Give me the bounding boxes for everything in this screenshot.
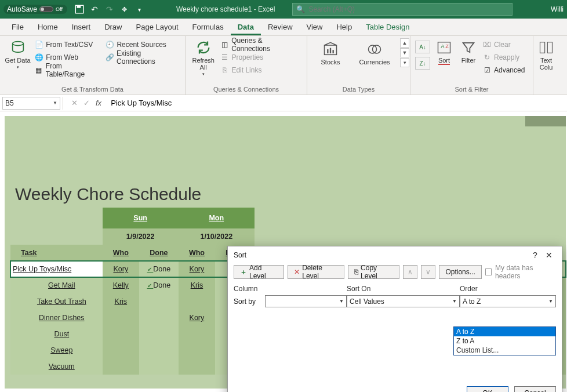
group-data-types-label: Data Types	[312, 85, 405, 95]
group-sort-filter-label: Sort & Filter	[415, 85, 528, 95]
stocks-button[interactable]: Stocks	[312, 40, 349, 66]
advanced-icon: ☑	[482, 66, 492, 75]
queries-connections[interactable]: ◫Queries & Connections	[220, 38, 302, 51]
currencies-button[interactable]: Currencies	[354, 40, 395, 66]
task-cell[interactable]: Dinner Dishes	[10, 310, 103, 326]
touch-icon[interactable]: ✥	[119, 4, 130, 14]
dropdown-option[interactable]: A to Z	[454, 327, 555, 336]
formula-input[interactable]	[107, 99, 567, 107]
sort-icon: AZ	[436, 39, 452, 56]
user-name[interactable]: Willi	[551, 5, 564, 13]
task-cell[interactable]: Pick Up Toys/Misc	[10, 261, 103, 277]
dropdown-option[interactable]: Z to A	[454, 336, 555, 346]
name-box[interactable]: B5 ▼	[2, 97, 60, 110]
who-cell[interactable]: Kris	[103, 293, 139, 310]
save-icon[interactable]	[74, 4, 85, 14]
undo-icon[interactable]: ↶	[89, 4, 100, 14]
enter-icon[interactable]: ✓	[83, 99, 90, 107]
refresh-icon	[195, 39, 212, 56]
tab-page-layout[interactable]: Page Layout	[129, 19, 186, 35]
refresh-all-button[interactable]: Refresh All ▾	[190, 38, 216, 77]
data-type-up[interactable]: ▲	[400, 38, 409, 48]
properties-label: Properties	[231, 53, 263, 61]
headers-checkbox[interactable]: My data has headers	[485, 264, 556, 280]
svg-rect-6	[333, 50, 334, 53]
sort-desc-button[interactable]: Z↓	[415, 57, 430, 70]
tab-help[interactable]: Help	[329, 19, 359, 35]
col-who-sun[interactable]: Who	[103, 245, 139, 261]
data-type-down[interactable]: ▼	[400, 48, 409, 57]
sort-button[interactable]: AZ Sort	[434, 38, 455, 65]
who-cell[interactable]: Kris	[179, 277, 215, 293]
move-down-button[interactable]: ∨	[421, 265, 435, 279]
sort-column-select[interactable]: ▼	[265, 295, 347, 307]
order-select[interactable]: A to Z▼	[460, 295, 556, 307]
properties: ☰Properties	[220, 51, 302, 64]
search-input[interactable]	[308, 5, 508, 13]
filter-button[interactable]: Filter	[458, 38, 479, 64]
who-cell[interactable]: Kelly	[103, 277, 139, 293]
ok-button[interactable]: OK	[467, 386, 508, 392]
tab-formulas[interactable]: Formulas	[186, 19, 231, 35]
fx-icon[interactable]: fx	[96, 99, 101, 107]
task-cell[interactable]: Take Out Trash	[10, 293, 103, 310]
advanced[interactable]: ☑Advanced	[482, 64, 525, 77]
reapply: ↻Reapply	[482, 51, 525, 64]
copy-level-button[interactable]: ⎘Copy Level	[348, 265, 399, 279]
page-title: Weekly Chore Schedule	[15, 184, 201, 204]
svg-point-2	[12, 42, 23, 46]
cancel-button[interactable]: Cancel	[514, 386, 556, 392]
task-cell[interactable]: Dust	[10, 326, 103, 342]
get-data-button[interactable]: Get Data ▾	[5, 38, 31, 70]
sort-asc-button[interactable]: A↓	[415, 41, 430, 53]
col-who-mon[interactable]: Who	[179, 245, 215, 261]
svg-rect-4	[327, 49, 328, 53]
help-button[interactable]: ?	[528, 251, 542, 260]
reapply-label: Reapply	[494, 53, 519, 61]
autosave-toggle[interactable]: AutoSave Off	[3, 5, 67, 14]
col-done-sun[interactable]: Done	[139, 245, 179, 261]
formula-controls: ✕ ✓ fx	[71, 99, 101, 107]
done-cell[interactable]: ✔ Done	[139, 277, 179, 293]
who-cell[interactable]: Kory	[179, 261, 215, 277]
tab-data[interactable]: Data	[231, 19, 261, 35]
delete-level-button[interactable]: ✕Delete Level	[288, 265, 344, 279]
existing-connections[interactable]: 🔗Existing Connections	[105, 51, 180, 64]
currencies-label: Currencies	[359, 59, 390, 66]
done-cell[interactable]: ✔ Done	[139, 261, 179, 277]
clear: ⌧Clear	[482, 38, 525, 51]
col-task[interactable]: Task	[10, 245, 103, 261]
ribbon: Get Data ▾ 📄From Text/CSV 🌐From Web ▦Fro…	[0, 36, 567, 95]
data-type-more[interactable]: ▾	[400, 58, 409, 67]
text-columns-button[interactable]: Text Colu	[538, 38, 554, 71]
search-box[interactable]: 🔍	[292, 3, 513, 16]
sort-on-select[interactable]: Cell Values▼	[347, 295, 460, 307]
tab-file[interactable]: File	[5, 19, 31, 35]
column-label: Column	[234, 284, 347, 294]
group-get-transform-label: Get & Transform Data	[5, 85, 180, 95]
tab-review[interactable]: Review	[261, 19, 300, 35]
document-name: Weekly chore schedule1 - Excel	[176, 5, 275, 13]
task-cell[interactable]: Sweep	[10, 342, 103, 358]
svg-rect-13	[547, 42, 552, 53]
more-icon[interactable]: ▾	[135, 4, 145, 14]
task-cell[interactable]: Vacuum	[10, 358, 103, 375]
tab-table-design[interactable]: Table Design	[359, 19, 416, 35]
redo-icon[interactable]: ↷	[104, 4, 115, 14]
from-table-range[interactable]: ▦From Table/Range	[34, 64, 101, 77]
options-button[interactable]: Options...	[439, 265, 481, 279]
tab-draw[interactable]: Draw	[97, 19, 129, 35]
add-level-button[interactable]: ＋Add Level	[234, 265, 284, 279]
cancel-icon[interactable]: ✕	[71, 99, 78, 107]
tab-home[interactable]: Home	[31, 19, 65, 35]
move-up-button[interactable]: ∧	[403, 265, 417, 279]
task-cell[interactable]: Get Mail	[10, 277, 103, 293]
from-text-csv[interactable]: 📄From Text/CSV	[34, 38, 101, 51]
queries-icon: ◫	[220, 40, 229, 49]
tab-insert[interactable]: Insert	[65, 19, 98, 35]
tab-view[interactable]: View	[300, 19, 330, 35]
from-table-range-label: From Table/Range	[46, 62, 102, 78]
close-button[interactable]: ✕	[542, 251, 556, 260]
who-cell[interactable]: Kory	[103, 261, 139, 277]
dropdown-option[interactable]: Custom List...	[454, 346, 555, 355]
